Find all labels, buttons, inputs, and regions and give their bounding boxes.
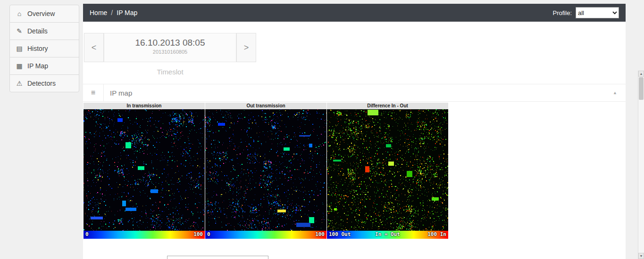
breadcrumb-home-link[interactable]: Home <box>90 9 107 16</box>
grid-icon: ▦ <box>16 57 23 74</box>
heatmap-title: In transmission <box>84 103 205 109</box>
scrollbar-thumb[interactable] <box>639 77 644 100</box>
color-scale-in: 0 100 <box>84 231 205 239</box>
sidebar: ⌂ Overview ✎ Details ▤ History ▦ IP Map … <box>9 5 79 92</box>
scale-equal-label: In = Out <box>375 231 400 237</box>
scroll-up-icon[interactable]: ▲ <box>638 71 644 77</box>
timeslot-datetime: 16.10.2013 08:05 <box>104 38 236 48</box>
heatmap-canvas-out <box>205 109 326 231</box>
menu-icon[interactable]: ≡ <box>83 84 104 101</box>
scale-max-label: 100 <box>315 231 325 237</box>
scroll-down-icon[interactable]: ▼ <box>638 253 644 259</box>
heatmap-title: Out transmission <box>205 103 326 109</box>
sidebar-item-overview[interactable]: ⌂ Overview <box>9 5 79 23</box>
scale-in-label: 100 In <box>427 231 446 237</box>
sidebar-item-history[interactable]: ▤ History <box>9 40 79 57</box>
heatmap-difference: Difference In - Out 100 Out In = Out 100… <box>327 103 448 239</box>
color-scale-out: 0 100 <box>205 231 326 239</box>
scale-out-label: 100 Out <box>329 231 351 237</box>
main-content: Home / IP Map Profile: all < 16.10.2013 … <box>83 4 626 259</box>
profile-label: Profile: <box>553 9 572 16</box>
sidebar-item-label: Detectors <box>27 75 56 92</box>
heatmap-canvas-in <box>84 109 205 231</box>
ipmap-panel-header: ≡ IP map ▲ <box>83 84 626 102</box>
scale-min-label: 0 <box>85 231 89 237</box>
sidebar-item-label: Details <box>27 23 48 40</box>
sidebar-item-detectors[interactable]: ⚠ Detectors <box>9 74 79 92</box>
color-scale-diff: 100 Out In = Out 100 In <box>327 231 448 239</box>
timeslot-caption: Timeslot <box>104 68 236 76</box>
history-icon: ▤ <box>16 40 23 57</box>
bottom-filter-select[interactable] <box>167 256 268 259</box>
profile-box: Profile: all <box>553 7 619 18</box>
edit-icon: ✎ <box>16 23 23 40</box>
panel-title: IP map <box>110 89 132 97</box>
breadcrumb-bar: Home / IP Map Profile: all <box>83 4 626 22</box>
sidebar-item-details[interactable]: ✎ Details <box>9 22 79 40</box>
timeslot-next-button[interactable]: > <box>236 33 256 62</box>
sidebar-item-label: History <box>27 40 48 57</box>
timeslot-display[interactable]: 16.10.2013 08:05 201310160805 <box>104 33 236 62</box>
heatmaps-row: In transmission 0 100 Out transmission 0… <box>84 103 448 239</box>
scale-max-label: 100 <box>193 231 203 237</box>
timeslot-id: 201310160805 <box>104 49 236 55</box>
vertical-scrollbar[interactable]: ▲ ▼ <box>638 71 644 259</box>
heatmap-out-transmission: Out transmission 0 100 <box>205 103 326 239</box>
home-icon: ⌂ <box>16 5 23 22</box>
profile-select[interactable]: all <box>576 7 619 18</box>
heatmap-canvas-diff <box>327 109 448 231</box>
breadcrumb-separator: / <box>111 9 113 16</box>
scale-min-label: 0 <box>207 231 210 237</box>
heatmap-title: Difference In - Out <box>327 103 448 109</box>
warning-icon: ⚠ <box>16 75 23 92</box>
sidebar-item-label: IP Map <box>27 57 48 74</box>
sidebar-item-ipmap[interactable]: ▦ IP Map <box>9 57 79 75</box>
timeslot-prev-button[interactable]: < <box>84 33 104 62</box>
heatmap-in-transmission: In transmission 0 100 <box>84 103 205 239</box>
breadcrumb-current: IP Map <box>117 9 137 16</box>
sidebar-item-label: Overview <box>27 5 55 22</box>
collapse-chevron-icon[interactable]: ▲ <box>613 90 617 95</box>
